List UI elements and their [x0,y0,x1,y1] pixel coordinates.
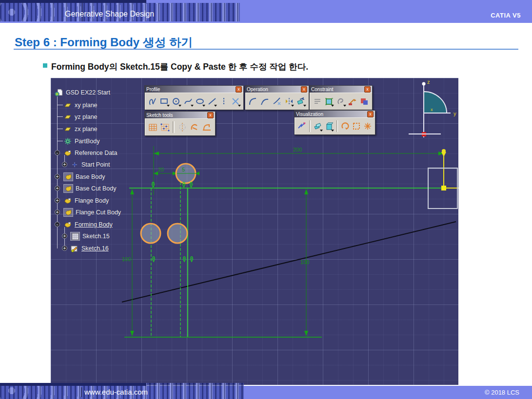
dim-100-mid-arrow-bottom [304,331,308,336]
footer-website: www.edu-catia.com [84,388,148,396]
close-icon[interactable]: x [207,112,214,118]
expander-icon[interactable]: + [62,246,67,251]
tree-item-root[interactable]: GSD EX22 Start [55,88,110,97]
translate-tool-button[interactable] [295,95,307,108]
expander-icon[interactable]: - [55,150,60,155]
ellipse-tool-button[interactable] [195,95,206,108]
fix-constraint-button[interactable] [347,95,358,108]
bullet-text: Forming Body의 Sketch.15를 Copy & Paste 한 … [51,61,308,73]
sketch-pencil-icon [70,245,79,252]
profile-toolbar-titlebar[interactable]: Profile x [145,86,243,93]
visualization-toolbar-titlebar[interactable]: Visualization x [295,111,375,117]
animate-constraint-button[interactable] [359,95,370,108]
constraints-dialog-button[interactable] [312,95,323,108]
corner-tool-button[interactable] [247,95,259,108]
expander-icon[interactable]: + [62,233,67,239]
close-icon[interactable]: x [367,111,374,117]
expander-icon[interactable]: + [55,174,60,179]
title-underline [14,49,518,50]
tree-item-reference-data[interactable]: Reference Data [63,149,118,157]
axis-y-label: y [453,111,456,116]
dim-100-mid-label: 100 [300,259,309,265]
axis-tool-button[interactable] [218,95,229,108]
geometrical-constraints-button[interactable] [189,120,200,133]
plane-icon [63,125,72,133]
mirror-tool-button[interactable] [283,95,295,108]
tree-item-base-cut-body[interactable]: Base Cut Body [63,184,116,193]
tree-item-start-point[interactable]: Start Point [70,160,110,169]
circle-tool-button[interactable] [171,95,182,108]
expander-icon[interactable]: + [55,209,60,215]
constraint-button[interactable] [323,95,335,108]
expander-icon[interactable]: + [62,162,67,167]
expander-icon[interactable]: + [55,198,60,203]
constraints-display-button[interactable] [362,119,373,133]
open-body-icon [63,197,72,205]
contact-constraint-button[interactable] [335,95,346,108]
trim-tool-button[interactable] [271,95,283,108]
open-body-icon [63,221,72,228]
page-title: Step 6 : Forming Body 생성 하기 [15,35,193,50]
tree-item-label: xy plane [75,102,98,109]
construction-element-button[interactable] [177,120,188,133]
line-tool-button[interactable] [206,95,217,108]
axis-z-label: z [427,79,430,85]
footer-divider-line [81,387,82,397]
toolbar-separator [336,120,338,132]
tree-item-label: GSD EX22 Start [66,89,110,96]
plane-icon [63,101,72,109]
tree-item-label: Sketch.15 [82,233,110,240]
close-icon[interactable]: x [236,86,242,93]
dimensional-constraints-button[interactable] [201,120,213,133]
tree-item-sketch-15[interactable]: Sketch.15 [70,232,110,241]
operation-toolbar-titlebar[interactable]: Operation x [245,86,309,93]
visualization-toolbar: Visualization x [294,110,375,135]
toolbar-separator [173,121,175,133]
operation-toolbar-title: Operation [247,87,301,92]
cut-part-button[interactable] [296,119,307,133]
tree-item-base-body[interactable]: Base Body [63,172,105,181]
tree-item-flange-cut-body[interactable]: Flange Cut Body [63,208,121,217]
dimensional-display-button[interactable] [351,119,362,133]
constraint-toolbar-titlebar[interactable]: Constraint x [310,86,372,93]
profile-tool-button[interactable] [147,95,158,108]
footer-top-strip [0,383,146,386]
sketch-tools-toolbar-titlebar[interactable]: Sketch tools x [145,112,215,118]
diagnostics-button[interactable] [340,119,351,133]
sketch-tools-toolbar-title: Sketch tools [146,113,207,118]
tree-item-partbody[interactable]: PartBody [63,137,99,146]
visualization-toolbar-title: Visualization [296,112,367,117]
footer-copyright: © 2018 LCS [485,389,519,396]
point-tool-button[interactable] [230,95,241,108]
tree-item-label: zx plane [75,126,98,133]
tree-item-zx-plane[interactable]: zx plane [63,125,98,133]
tree-stub [57,116,63,117]
app-title: Generative Shape Design [65,10,154,19]
tree-item-forming-body[interactable]: Forming Body [63,220,113,229]
3d-background-button[interactable] [324,119,335,133]
footer-bar: www.edu-catia.com © 2018 LCS [0,386,532,399]
close-icon[interactable]: x [364,86,371,93]
tree-stub [57,129,63,129]
tree-item-label: Sketch.16 [81,245,109,252]
constraint-toolbar: Constraint x [309,85,373,110]
expander-icon[interactable]: + [55,186,60,191]
open-body-icon [63,149,72,157]
snap-to-point-button[interactable] [159,120,171,133]
dim-5-label: 5 [182,167,185,172]
grid-button[interactable] [147,120,158,133]
tree-item-yz-plane[interactable]: yz plane [63,113,98,121]
rectangle-tool-button[interactable] [158,95,170,108]
tree-item-label: Forming Body [75,221,113,228]
tree-item-sketch-16[interactable]: Sketch.16 [70,244,109,253]
spline-tool-button[interactable] [182,95,194,108]
tree-item-flange-body[interactable]: Flange Body [63,196,109,205]
tree-item-label: yz plane [75,114,98,120]
3d-elements-button[interactable] [313,119,323,133]
expander-icon[interactable]: - [55,222,60,227]
chamfer-tool-button[interactable] [259,95,271,108]
point-icon [70,161,79,169]
catia-viewport: 200 20 5 100 100 [51,78,458,385]
tree-item-xy-plane[interactable]: xy plane [63,101,98,110]
close-icon[interactable]: x [301,86,307,93]
